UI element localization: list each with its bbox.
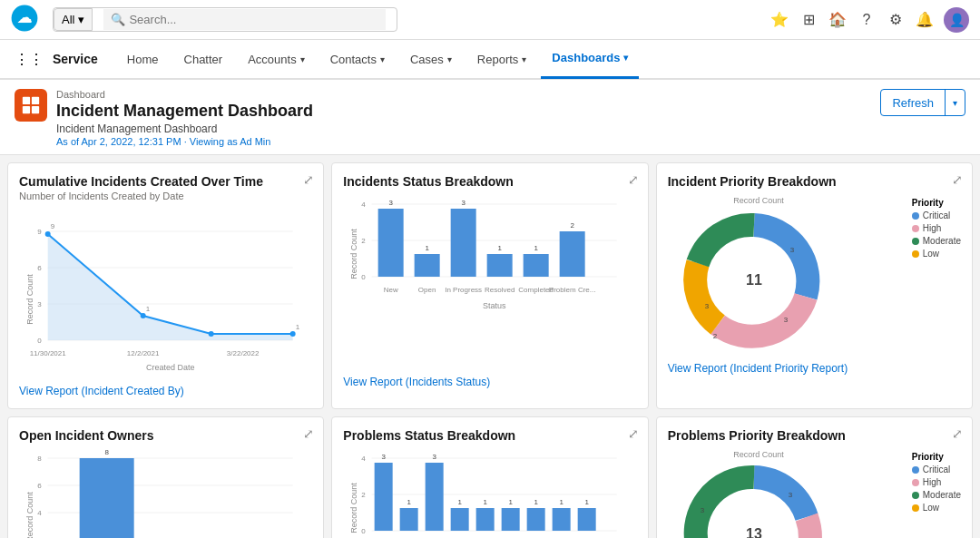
card-incidents-status-link[interactable]: View Report (Incidents Status) <box>343 376 636 388</box>
user-avatar[interactable]: 👤 <box>944 7 969 33</box>
svg-text:1: 1 <box>407 498 412 506</box>
svg-text:New: New <box>384 286 398 294</box>
nav-cases[interactable]: Cases ▾ <box>399 39 463 79</box>
svg-text:1: 1 <box>560 498 564 506</box>
svg-text:9: 9 <box>51 222 55 230</box>
app-grid-icon[interactable]: ⋮⋮ <box>15 51 44 68</box>
legend-title: Priority <box>912 198 961 208</box>
svg-text:3: 3 <box>788 491 792 499</box>
svg-text:3: 3 <box>433 453 437 461</box>
nav-home[interactable]: Home <box>116 39 170 79</box>
p-high-label: High <box>923 477 942 487</box>
svg-text:2: 2 <box>571 221 575 230</box>
nav-accounts[interactable]: Accounts ▾ <box>237 39 315 79</box>
svg-text:1: 1 <box>296 323 300 331</box>
low-label: Low <box>923 249 939 259</box>
svg-text:12/2/2021: 12/2/2021 <box>127 349 160 357</box>
svg-text:1: 1 <box>458 498 463 506</box>
refresh-button[interactable]: Refresh ▾ <box>880 89 965 116</box>
page-meta: As of Apr 2, 2022, 12:31 PM · Viewing as… <box>56 136 313 147</box>
nav-accounts-label: Accounts <box>248 53 296 66</box>
svg-text:4: 4 <box>362 201 367 209</box>
svg-text:1: 1 <box>146 305 151 313</box>
svg-text:0: 0 <box>37 337 42 345</box>
refresh-label: Refresh <box>881 96 945 110</box>
top-icons-group: ⭐ ⊞ 🏠 ? ⚙ 🔔 👤 <box>769 7 969 33</box>
nav-reports[interactable]: Reports ▾ <box>466 39 538 79</box>
search-input[interactable] <box>129 13 378 26</box>
svg-rect-74 <box>400 508 418 531</box>
card-cumulative-link[interactable]: View Report (Incident Created By) <box>19 385 312 397</box>
svg-text:Created Date: Created Date <box>146 363 195 372</box>
svg-text:3: 3 <box>389 199 394 207</box>
svg-point-18 <box>141 313 146 318</box>
svg-text:4: 4 <box>37 509 42 517</box>
svg-text:0: 0 <box>362 273 367 281</box>
card-problems-priority-title: Problems Priority Breakdown <box>668 428 961 443</box>
nav-chatter-label: Chatter <box>184 53 223 66</box>
svg-text:1: 1 <box>498 244 503 252</box>
bar-completed <box>524 254 549 277</box>
nav-chatter[interactable]: Chatter <box>173 39 234 79</box>
nav-reports-label: Reports <box>477 53 519 66</box>
card-incident-priority-link[interactable]: View Report (Incident Priority Report) <box>668 362 961 375</box>
nav-dashboards-label: Dashboards <box>552 51 620 64</box>
problems-legend-title: Priority <box>912 452 961 462</box>
top-bar: ☁ All ▾ 🔍 ⭐ ⊞ 🏠 ? ⚙ 🔔 👤 <box>0 0 980 40</box>
svg-text:Record Count: Record Count <box>349 229 358 279</box>
nav-cases-label: Cases <box>410 53 444 66</box>
problems-priority-legend: Priority Critical High Moderate Low <box>912 452 961 515</box>
nav-contacts[interactable]: Contacts ▾ <box>319 39 396 79</box>
svg-text:3: 3 <box>462 199 466 207</box>
card-incidents-status: Incidents Status Breakdown ⤢ 4 2 0 Recor… <box>331 162 648 409</box>
svg-text:3: 3 <box>783 316 788 324</box>
search-input-container: 🔍 <box>103 9 386 30</box>
search-icon: 🔍 <box>111 13 125 26</box>
card-cumulative-title: Cumulative Incidents Created Over Time <box>19 174 312 189</box>
svg-marker-15 <box>48 234 293 340</box>
sf-logo[interactable]: ☁ <box>11 5 38 34</box>
setup-icon[interactable]: ⚙ <box>886 10 906 30</box>
breadcrumb: Dashboard <box>56 89 313 100</box>
svg-rect-80 <box>451 508 469 531</box>
svg-text:1: 1 <box>426 244 430 252</box>
svg-text:1: 1 <box>534 244 539 252</box>
svg-text:Record Count: Record Count <box>25 492 34 538</box>
p-moderate-label: Moderate <box>923 490 961 500</box>
card-incidents-status-expand[interactable]: ⤢ <box>628 172 639 187</box>
page-header: Dashboard Incident Management Dashboard … <box>0 80 980 155</box>
p-moderate-dot <box>912 492 919 499</box>
card-problems-priority-expand[interactable]: ⤢ <box>952 426 963 441</box>
card-owners-expand[interactable]: ⤢ <box>303 426 314 441</box>
header-left: Dashboard Incident Management Dashboard … <box>15 89 313 147</box>
svg-point-20 <box>209 331 214 337</box>
favorites-icon[interactable]: ⭐ <box>769 10 789 30</box>
problems-priority-donut: Record Count 13 3 4 3 3 <box>668 445 849 538</box>
notifications-icon[interactable]: 🔔 <box>915 10 935 30</box>
refresh-dropdown-arrow[interactable]: ▾ <box>946 98 965 108</box>
header-actions: Refresh ▾ <box>880 89 965 116</box>
svg-text:0: 0 <box>362 527 367 535</box>
svg-rect-3 <box>32 97 39 104</box>
problems-status-chart: 4 2 0 Record Count 3New 1Open 3~A... 1~r… <box>343 445 636 538</box>
waffle-icon[interactable]: ⊞ <box>799 10 818 30</box>
svg-rect-83 <box>476 508 495 531</box>
card-incident-priority-title: Incident Priority Breakdown <box>668 174 961 189</box>
card-problems-status-expand[interactable]: ⤢ <box>628 426 639 441</box>
svg-text:1: 1 <box>534 498 539 506</box>
bar-inprogress <box>451 209 476 277</box>
avatar-initials: 👤 <box>949 13 965 27</box>
bar-owners-main <box>80 458 134 538</box>
svg-text:13: 13 <box>746 526 762 538</box>
card-cumulative-expand[interactable]: ⤢ <box>303 172 314 187</box>
low-dot <box>912 250 919 258</box>
p-legend-high: High <box>912 477 961 487</box>
nav-dashboards[interactable]: Dashboards ▾ <box>541 39 639 79</box>
home-icon[interactable]: 🏠 <box>828 10 848 30</box>
help-icon[interactable]: ? <box>857 10 877 30</box>
card-problems-status-title: Problems Status Breakdown <box>343 428 636 443</box>
search-scope-dropdown[interactable]: All ▾ <box>54 8 93 31</box>
svg-text:8: 8 <box>37 455 42 463</box>
svg-text:Record Count: Record Count <box>25 274 34 325</box>
card-incident-priority-expand[interactable]: ⤢ <box>952 172 963 187</box>
